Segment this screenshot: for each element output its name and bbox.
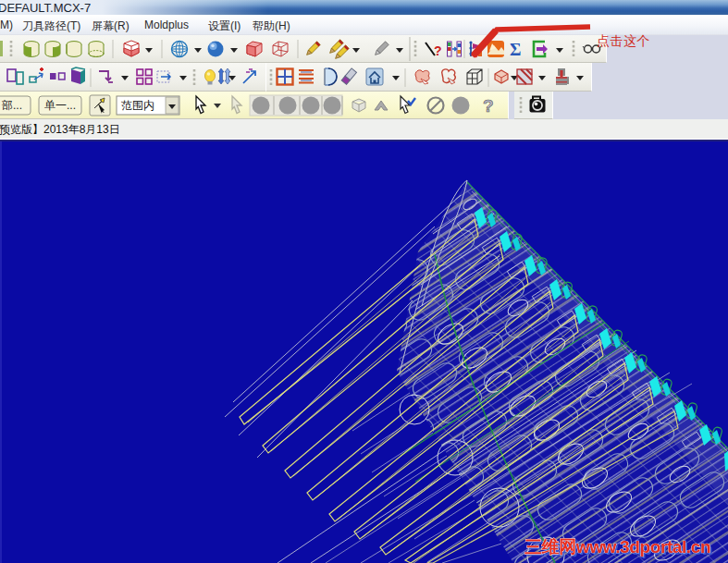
- svg-text:Σ: Σ: [510, 40, 521, 59]
- svg-text:三维网www.3dportal.cn: 三维网www.3dportal.cn: [524, 537, 710, 557]
- svg-text:范围内: 范围内: [121, 99, 154, 112]
- svg-text:单一...: 单一...: [44, 99, 76, 112]
- svg-text:?: ?: [483, 96, 494, 116]
- svg-text:?: ?: [434, 43, 442, 58]
- svg-text:部...: 部...: [1, 99, 22, 112]
